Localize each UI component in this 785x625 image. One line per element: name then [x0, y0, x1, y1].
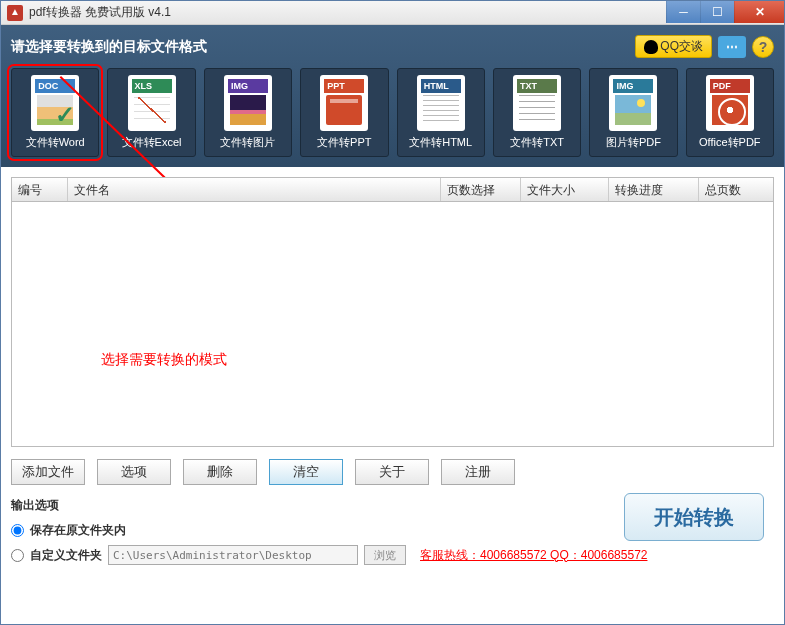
format-label: Office转PDF — [691, 135, 769, 150]
app-icon — [7, 5, 23, 21]
clear-button[interactable]: 清空 — [269, 459, 343, 485]
doc-icon: DOC — [31, 75, 79, 131]
about-button[interactable]: 关于 — [355, 459, 429, 485]
format-image-to-pdf[interactable]: IMG 图片转PDF — [589, 68, 677, 157]
qq-chat-button[interactable]: QQ交谈 — [635, 35, 712, 58]
save-original-radio[interactable] — [11, 524, 24, 537]
format-office-to-pdf[interactable]: PDF Office转PDF — [686, 68, 774, 157]
delete-button[interactable]: 删除 — [183, 459, 257, 485]
service-hotline-link[interactable]: 客服热线：4006685572 QQ：4006685572 — [420, 547, 647, 564]
add-file-button[interactable]: 添加文件 — [11, 459, 85, 485]
format-to-html[interactable]: HTML 文件转HTML — [397, 68, 485, 157]
titlebar: pdf转换器 免费试用版 v4.1 ─ ☐ ✕ — [1, 1, 784, 25]
img-icon: IMG — [224, 75, 272, 131]
custom-folder-label: 自定义文件夹 — [30, 547, 102, 564]
format-to-excel[interactable]: XLS 文件转Excel — [107, 68, 195, 157]
chat-button[interactable]: ⋯ — [718, 36, 746, 58]
pdf-icon: PDF — [706, 75, 754, 131]
window-controls: ─ ☐ ✕ — [666, 1, 784, 24]
action-button-row: 添加文件 选项 删除 清空 关于 注册 — [11, 459, 774, 485]
custom-folder-row: 自定义文件夹 浏览 客服热线：4006685572 QQ：4006685572 — [11, 545, 774, 565]
format-selection-header: 请选择要转换到的目标文件格式 QQ交谈 ⋯ ? DOC 文件转Word XLS … — [1, 25, 784, 167]
format-label: 文件转TXT — [498, 135, 576, 150]
txt-icon: TXT — [513, 75, 561, 131]
browse-button[interactable]: 浏览 — [364, 545, 406, 565]
annotation-text: 选择需要转换的模式 — [101, 351, 227, 369]
output-path-input[interactable] — [108, 545, 358, 565]
start-convert-button[interactable]: 开始转换 — [624, 493, 764, 541]
img2-icon: IMG — [609, 75, 657, 131]
help-button[interactable]: ? — [752, 36, 774, 58]
format-to-ppt[interactable]: PPT 文件转PPT — [300, 68, 388, 157]
file-list-table: 编号 文件名 页数选择 文件大小 转换进度 总页数 — [11, 177, 774, 447]
output-options-section: 输出选项 开始转换 保存在原文件夹内 自定义文件夹 浏览 客服热线：400668… — [11, 497, 774, 565]
format-label: 文件转HTML — [402, 135, 480, 150]
col-totalpages[interactable]: 总页数 — [699, 178, 773, 201]
format-label: 文件转Word — [16, 135, 94, 150]
format-label: 图片转PDF — [594, 135, 672, 150]
format-to-word[interactable]: DOC 文件转Word — [11, 68, 99, 157]
table-header: 编号 文件名 页数选择 文件大小 转换进度 总页数 — [12, 178, 773, 202]
header-top-row: 请选择要转换到的目标文件格式 QQ交谈 ⋯ ? — [11, 35, 774, 58]
save-original-label: 保存在原文件夹内 — [30, 522, 126, 539]
custom-folder-radio[interactable] — [11, 549, 24, 562]
options-button[interactable]: 选项 — [97, 459, 171, 485]
app-window: pdf转换器 免费试用版 v4.1 ─ ☐ ✕ 请选择要转换到的目标文件格式 Q… — [0, 0, 785, 625]
format-to-image[interactable]: IMG 文件转图片 — [204, 68, 292, 157]
format-label: 文件转图片 — [209, 135, 287, 150]
minimize-button[interactable]: ─ — [666, 1, 700, 23]
html-icon: HTML — [417, 75, 465, 131]
format-label: 文件转PPT — [305, 135, 383, 150]
col-pages[interactable]: 页数选择 — [441, 178, 521, 201]
format-to-txt[interactable]: TXT 文件转TXT — [493, 68, 581, 157]
xls-icon: XLS — [128, 75, 176, 131]
col-filesize[interactable]: 文件大小 — [521, 178, 609, 201]
col-progress[interactable]: 转换进度 — [609, 178, 699, 201]
qq-penguin-icon — [644, 40, 658, 54]
col-filename[interactable]: 文件名 — [68, 178, 441, 201]
close-button[interactable]: ✕ — [734, 1, 784, 23]
header-prompt: 请选择要转换到的目标文件格式 — [11, 38, 635, 56]
ppt-icon: PPT — [320, 75, 368, 131]
register-button[interactable]: 注册 — [441, 459, 515, 485]
qq-label: QQ交谈 — [660, 38, 703, 55]
col-index[interactable]: 编号 — [12, 178, 68, 201]
window-title: pdf转换器 免费试用版 v4.1 — [29, 4, 666, 21]
maximize-button[interactable]: ☐ — [700, 1, 734, 23]
format-row: DOC 文件转Word XLS 文件转Excel IMG 文件转图片 PPT 文… — [11, 68, 774, 157]
